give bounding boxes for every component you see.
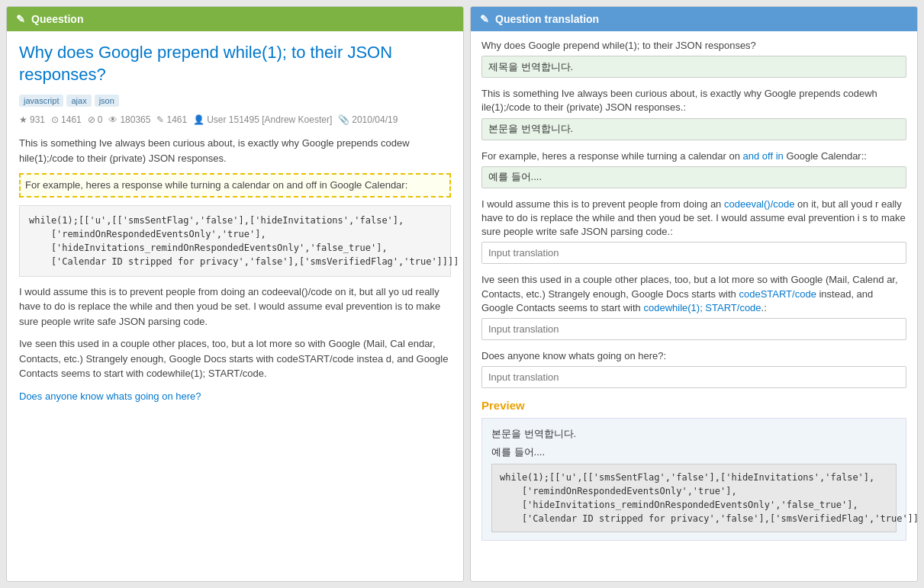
segment-3-text: For example, heres a response while turn…: [481, 149, 906, 163]
segment-6: Does anyone know whats going on here?:: [481, 349, 906, 391]
paragraph-2: I would assume this is to prevent people…: [19, 284, 451, 329]
segment-4: I would assume this is to prevent people…: [481, 198, 906, 268]
highlight-paragraph: For example, heres a response while turn…: [19, 173, 451, 198]
question-body: This is something Ive always been curiou…: [19, 136, 451, 403]
segment-2: This is something Ive always been curiou…: [481, 87, 906, 143]
translation-edit-icon: ✎: [480, 13, 489, 25]
tag-list: javascript ajax json: [19, 95, 451, 107]
code-block: while(1);[['u',[['smsSentFlag','false'],…: [19, 205, 451, 277]
date-meta: 📎 2010/04/19: [338, 114, 398, 125]
segment-3-input[interactable]: [481, 166, 906, 188]
segment-1: Why does Google prepend while(1); to the…: [481, 39, 906, 81]
preview-code: while(1);[['u',[['smsSentFlag','false'],…: [491, 464, 897, 532]
votes-meta: ★ 931: [19, 114, 45, 125]
preview-section: Preview 본문을 번역합니다. 예를 들어.... while(1);[[…: [481, 399, 906, 541]
question-panel-title: Queestion: [31, 13, 83, 25]
paragraph-3: Ive seen this used in a couple other pla…: [19, 336, 451, 381]
preview-body-translation: 본문을 번역합니다.: [491, 426, 897, 442]
question-panel-header: ✎ Queestion: [7, 7, 463, 31]
translation-panel: ✎ Question translation Why does Google p…: [470, 6, 918, 582]
translation-panel-title: Question translation: [495, 13, 599, 25]
segment-1-input[interactable]: [481, 56, 906, 78]
tag-ajax[interactable]: ajax: [66, 95, 91, 107]
question-panel: ✎ Queestion Why does Google prepend whil…: [6, 6, 464, 582]
question-title: Why does Google prepend while(1); to the…: [19, 42, 451, 85]
segment-2-input[interactable]: [481, 118, 906, 140]
meta-row: ★ 931 ⊙ 1461 ⊘ 0 👁 180365 ✎ 1461 👤 User …: [19, 114, 451, 125]
segment-4-input[interactable]: [481, 242, 906, 264]
segment-1-text: Why does Google prepend while(1); to the…: [481, 39, 906, 53]
segment-5: Ive seen this used in a couple other pla…: [481, 273, 906, 343]
tag-javascript[interactable]: javascript: [19, 95, 63, 107]
tag-json[interactable]: json: [95, 95, 119, 107]
user-meta: 👤 User 151495 [Andrew Koester]: [193, 114, 332, 125]
segment-5-text: Ive seen this used in a couple other pla…: [481, 273, 906, 315]
edits-meta: ✎ 1461: [156, 114, 187, 125]
translation-panel-header: ✎ Question translation: [471, 7, 917, 31]
segment-6-text: Does anyone know whats going on here?:: [481, 349, 906, 363]
edit-icon: ✎: [16, 13, 25, 25]
preview-title: Preview: [481, 399, 906, 412]
segment-5-input[interactable]: [481, 318, 906, 340]
preview-box: 본문을 번역합니다. 예를 들어.... while(1);[['u',[['s…: [481, 418, 906, 541]
segment-6-input[interactable]: [481, 366, 906, 388]
translation-content: Why does Google prepend while(1); to the…: [471, 31, 917, 548]
paragraph-4: Does anyone know whats going on here?: [19, 389, 451, 404]
paragraph-1: This is something Ive always been curiou…: [19, 136, 451, 165]
segment-3: For example, heres a response while turn…: [481, 149, 906, 191]
segment-2-text: This is something Ive always been curiou…: [481, 87, 906, 114]
views-meta: 👁 180365: [108, 114, 150, 125]
answers-meta: ⊙ 1461: [51, 114, 82, 125]
preview-example-translation: 예를 들어....: [491, 445, 897, 460]
closed-meta: ⊘ 0: [88, 114, 103, 125]
segment-4-text: I would assume this is to prevent people…: [481, 198, 906, 239]
question-content: Why does Google prepend while(1); to the…: [7, 31, 463, 422]
